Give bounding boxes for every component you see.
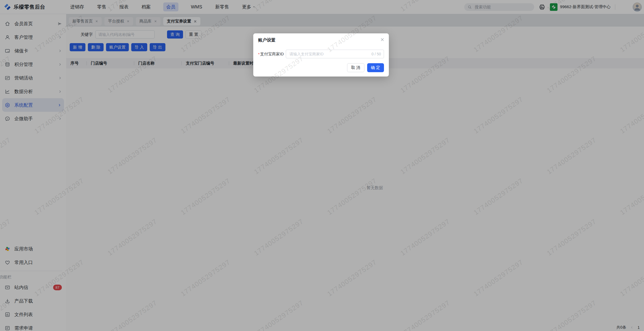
modal-title: 账户设置 xyxy=(258,37,384,43)
cancel-button[interactable]: 取 消 xyxy=(347,63,364,72)
account-settings-modal: 账户设置 * 支付宝商家ID 0 / 50 取 消 确 定 xyxy=(253,33,389,77)
merchant-id-label: 支付宝商家ID xyxy=(260,52,284,57)
merchant-id-input-wrap: 0 / 50 xyxy=(286,50,384,58)
required-mark: * xyxy=(258,52,259,56)
close-icon[interactable] xyxy=(380,37,385,42)
modal-footer: 取 消 确 定 xyxy=(258,63,384,72)
merchant-id-field-row: * 支付宝商家ID 0 / 50 xyxy=(258,50,384,58)
confirm-button[interactable]: 确 定 xyxy=(367,63,384,72)
merchant-id-input[interactable] xyxy=(289,52,369,56)
char-counter: 0 / 50 xyxy=(371,52,381,56)
